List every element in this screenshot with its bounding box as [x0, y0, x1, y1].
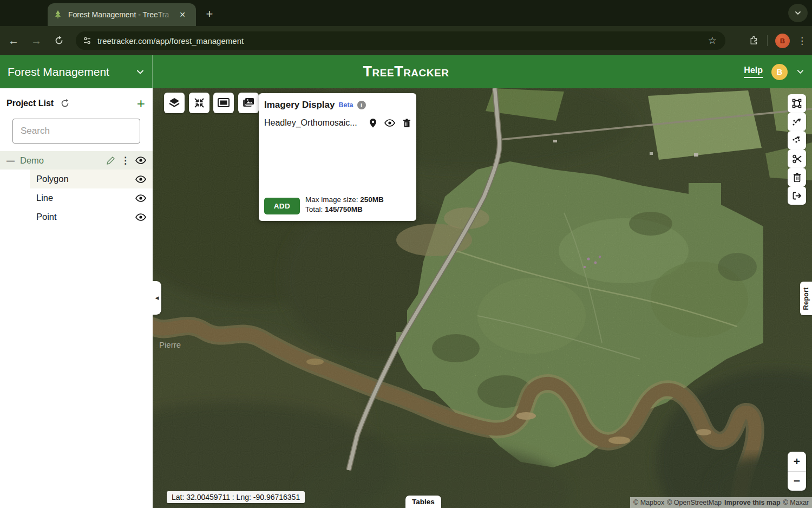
new-tab-button[interactable]: +	[201, 6, 218, 23]
collapse-view-button[interactable]	[189, 93, 209, 113]
project-name[interactable]: Demo	[20, 155, 101, 166]
layers-icon	[168, 97, 180, 109]
cut-button[interactable]	[788, 149, 806, 168]
layer-label: Line	[36, 193, 135, 203]
maxar-attribution-link[interactable]: © Maxar	[783, 499, 809, 506]
beta-badge: Beta	[338, 101, 353, 109]
imagery-panel-title: Imagery Display	[264, 100, 335, 110]
delete-trash-icon[interactable]	[403, 119, 411, 128]
project-list-header: Project List +	[0, 88, 153, 113]
draw-rectangle-button[interactable]	[788, 94, 806, 113]
help-link[interactable]: Help	[744, 66, 763, 78]
imagery-panel-footer: ADD Max image size: 250MB Total: 145/750…	[264, 195, 411, 214]
drag-vertices-icon	[792, 117, 802, 127]
forward-button[interactable]: →	[27, 31, 45, 50]
imagery-button[interactable]	[238, 93, 259, 113]
tab-search-button[interactable]	[788, 4, 808, 22]
layer-row-polygon[interactable]: Polygon	[30, 170, 153, 188]
browser-profile-avatar[interactable]: B	[775, 34, 790, 48]
compress-arrows-icon	[193, 97, 205, 109]
add-project-icon[interactable]: +	[137, 98, 145, 109]
tables-tab[interactable]: Tables	[405, 496, 441, 508]
extensions-icon[interactable]	[749, 35, 759, 46]
export-button[interactable]	[788, 186, 806, 205]
photos-icon	[242, 97, 255, 109]
chevron-down-icon	[794, 9, 802, 17]
layer-visibility-eye-icon[interactable]	[135, 213, 146, 221]
treetracker-app: { "browser": { "tab_title": "Forest Mana…	[0, 0, 812, 508]
url-bar[interactable]: treetracker.com/app/forest_management ☆	[76, 31, 725, 50]
project-list-title: Project List	[6, 99, 54, 108]
tab-title: Forest Management - TreeTra	[68, 10, 175, 19]
collapse-project-icon[interactable]: —	[6, 156, 15, 165]
browser-tab[interactable]: Forest Management - TreeTra ✕	[48, 3, 196, 26]
chevron-down-icon	[136, 68, 145, 76]
crop-frame-icon	[792, 99, 802, 108]
url-text[interactable]: treetracker.com/app/forest_management	[97, 36, 706, 45]
back-button[interactable]: ←	[4, 31, 23, 50]
project-selector[interactable]: Forest Management	[0, 55, 153, 88]
app-header: Forest Management TreeTracker Help B	[0, 55, 812, 88]
browser-menu-icon[interactable]: ⋮	[797, 35, 807, 47]
layer-label: Point	[36, 212, 135, 222]
project-menu-icon[interactable]: ⋮	[121, 155, 130, 166]
browser-toolbar: ← → treetracker.com/app/forest_managemen…	[0, 26, 812, 55]
export-arrow-icon	[792, 191, 802, 201]
sidebar-collapse-handle[interactable]: ◀	[153, 281, 161, 315]
edit-pencil-icon[interactable]	[106, 156, 115, 165]
map-place-label: Pierre	[159, 340, 181, 349]
max-size-value: 250MB	[360, 196, 384, 204]
screen-icon	[217, 97, 230, 109]
project-row-demo[interactable]: — Demo ⋮	[0, 151, 153, 170]
max-size-label: Max image size:	[305, 196, 358, 204]
map-canvas[interactable]: Pierre I	[153, 88, 812, 508]
improve-map-link[interactable]: Improve this map	[724, 499, 781, 506]
info-icon[interactable]: i	[357, 101, 366, 109]
layer-visibility-eye-icon[interactable]	[135, 194, 146, 202]
map-attribution: © Mapbox © OpenStreetMap Improve this ma…	[630, 497, 812, 508]
refresh-icon[interactable]	[60, 99, 70, 108]
total-value: 145/750MB	[325, 205, 363, 213]
trash-icon	[793, 173, 801, 182]
layer-visibility-eye-icon[interactable]	[135, 175, 146, 183]
move-vertex-button[interactable]	[788, 131, 806, 149]
reload-icon	[54, 36, 64, 45]
coordinates-readout: Lat: 32.00459711 : Lng: -90.96716351	[167, 491, 305, 503]
imagery-panel-header: Imagery Display Beta i	[264, 100, 411, 110]
project-visibility-eye-icon[interactable]	[135, 157, 146, 164]
basemap-button[interactable]	[213, 93, 234, 113]
layer-label: Polygon	[36, 174, 135, 184]
imagery-item-row[interactable]: Headley_Orthomosaic...	[264, 118, 411, 128]
layer-row-line[interactable]: Line	[0, 188, 153, 207]
bookmark-star-icon[interactable]: ☆	[706, 35, 719, 47]
report-tab[interactable]: Report	[800, 282, 812, 315]
total-label: Total:	[305, 205, 323, 213]
user-avatar[interactable]: B	[771, 64, 788, 80]
osm-attribution-link[interactable]: © OpenStreetMap	[667, 499, 722, 506]
reload-button[interactable]	[50, 31, 68, 50]
locate-pin-icon[interactable]	[369, 118, 377, 128]
storage-info: Max image size: 250MB Total: 145/750MB	[305, 195, 384, 214]
satellite-imagery	[153, 88, 812, 508]
delete-feature-button[interactable]	[788, 168, 806, 186]
layer-row-point[interactable]: Point	[0, 207, 153, 226]
add-imagery-button[interactable]: ADD	[264, 198, 300, 214]
browser-tab-strip: Forest Management - TreeTra ✕ +	[0, 0, 812, 26]
imagery-item-name: Headley_Orthomosaic...	[264, 118, 362, 128]
zoom-in-button[interactable]: +	[788, 452, 806, 471]
search-input[interactable]	[12, 119, 140, 144]
sidebar: Project List + — Demo ⋮ Polygon	[0, 88, 153, 508]
treetracker-favicon	[53, 10, 63, 19]
scissors-icon	[792, 154, 802, 164]
layers-button[interactable]	[164, 93, 185, 113]
visibility-eye-icon[interactable]	[384, 119, 395, 127]
imagery-display-panel: Imagery Display Beta i Headley_Orthomosa…	[259, 93, 416, 221]
edit-vertices-icon	[792, 135, 802, 146]
move-feature-button[interactable]	[788, 113, 806, 131]
header-right: Help B	[744, 64, 804, 80]
mapbox-attribution-link[interactable]: © Mapbox	[633, 499, 664, 506]
zoom-out-button[interactable]: −	[788, 472, 806, 491]
tab-close-icon[interactable]: ✕	[176, 9, 188, 21]
site-settings-icon[interactable]	[82, 36, 92, 45]
chevron-down-icon[interactable]	[796, 68, 804, 76]
